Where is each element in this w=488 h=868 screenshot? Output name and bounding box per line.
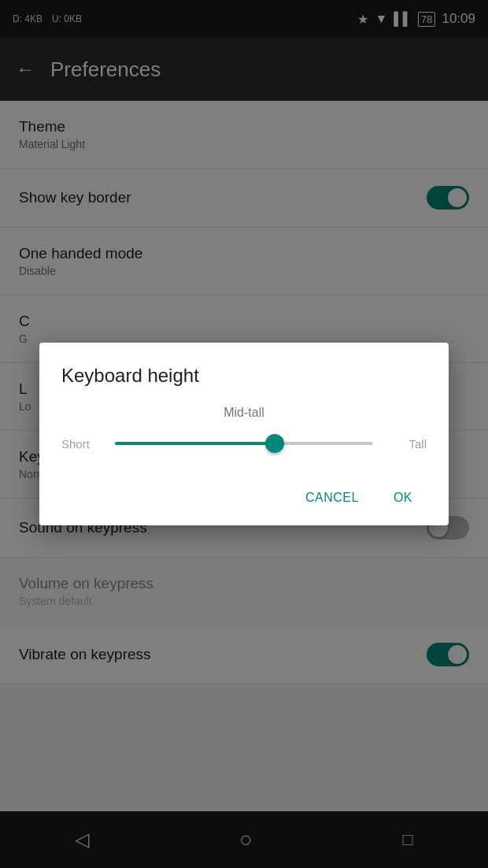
slider-row: Short Tall [61, 429, 427, 458]
dialog-overlay: Keyboard height Mid-tall Short Tall CANC… [0, 0, 488, 868]
keyboard-height-dialog: Keyboard height Mid-tall Short Tall CANC… [39, 343, 449, 525]
slider-min-label: Short [61, 437, 102, 451]
slider-current-value: Mid-tall [61, 406, 427, 420]
cancel-button[interactable]: CANCEL [291, 483, 373, 513]
slider-track [115, 442, 373, 445]
dialog-title: Keyboard height [61, 365, 427, 387]
dialog-content: Mid-tall Short Tall [61, 406, 427, 470]
slider-max-label: Tall [386, 437, 427, 451]
dialog-actions: CANCEL OK [61, 483, 427, 513]
ok-button[interactable]: OK [379, 483, 427, 513]
slider-container[interactable] [115, 429, 373, 458]
slider-thumb[interactable] [265, 434, 284, 453]
